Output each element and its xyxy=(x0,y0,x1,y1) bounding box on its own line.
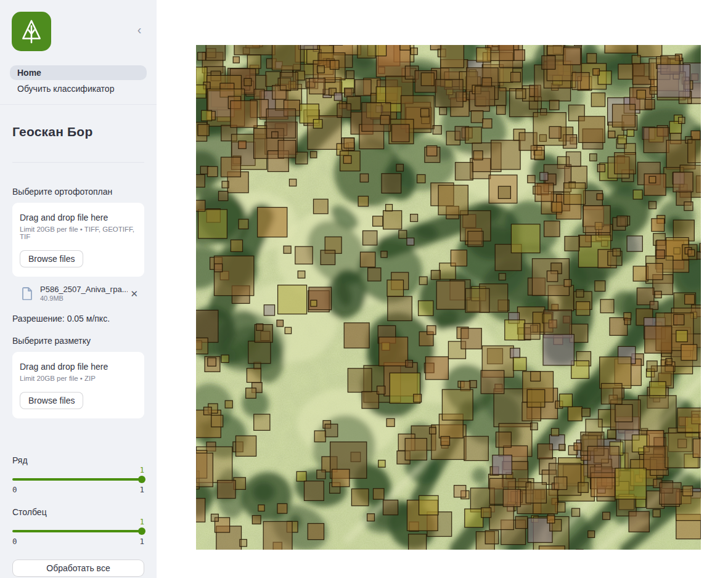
aerial-orthophoto xyxy=(196,45,701,550)
nav-item-train-classifier[interactable]: Обучить классификатор xyxy=(10,81,147,96)
slider-column-value: 1 xyxy=(12,518,144,526)
pine-tree-arrow-icon xyxy=(17,17,46,46)
markup-browse-files-button[interactable]: Browse files xyxy=(20,392,83,409)
uploaded-file-row: P586_2507_Aniva_гра... 40.9MB ✕ xyxy=(12,285,144,302)
markup-uploader-label: Выберите разметку xyxy=(12,336,144,346)
uploaded-file-name: P586_2507_Aniva_гра... xyxy=(40,285,128,294)
divider xyxy=(12,162,144,163)
slider-row-track[interactable] xyxy=(12,478,144,481)
resolution-text: Разрешение: 0.05 м/пкс. xyxy=(12,314,144,324)
drag-drop-text: Drag and drop file here xyxy=(20,362,137,372)
app-window: ‹ Home Обучить классификатор Геоскан Бор… xyxy=(0,0,728,578)
sidebar-nav: Home Обучить классификатор xyxy=(10,65,147,96)
orthophoto-detections-canvas xyxy=(196,45,701,550)
slider-row-label: Ряд xyxy=(12,455,144,465)
slider-row-max: 1 xyxy=(139,485,144,494)
slider-column-thumb[interactable] xyxy=(138,527,145,535)
file-limit-text: Limit 20GB per file • ZIP xyxy=(20,375,137,382)
process-all-button[interactable]: Обработать все xyxy=(12,560,144,577)
slider-column-min: 0 xyxy=(12,537,17,546)
slider-column-track[interactable] xyxy=(12,530,144,532)
nav-item-home[interactable]: Home xyxy=(10,65,147,80)
ortho-browse-files-button[interactable]: Browse files xyxy=(20,250,83,267)
geoscan-tree-logo xyxy=(12,12,51,51)
main-area xyxy=(157,0,728,578)
slider-column-label: Столбец xyxy=(12,507,144,517)
remove-file-button[interactable]: ✕ xyxy=(128,288,141,299)
slider-row-value: 1 xyxy=(12,466,144,474)
slider-column: Столбец 1 0 1 xyxy=(12,507,144,546)
nav-divider xyxy=(0,104,157,105)
close-icon: ✕ xyxy=(130,288,138,299)
chevron-left-icon: ‹ xyxy=(137,23,142,36)
slider-row-min: 0 xyxy=(12,485,17,494)
sidebar: ‹ Home Обучить классификатор Геоскан Бор… xyxy=(0,0,157,578)
markup-dropzone[interactable]: Drag and drop file here Limit 20GB per f… xyxy=(12,352,144,418)
drag-drop-text: Drag and drop file here xyxy=(20,213,137,222)
page-title: Геоскан Бор xyxy=(12,124,144,139)
sidebar-collapse-button[interactable]: ‹ xyxy=(132,22,147,37)
uploaded-file-size: 40.9MB xyxy=(40,295,128,302)
ortho-uploader-label: Выберите ортофотоплан xyxy=(12,187,144,197)
document-icon xyxy=(22,287,33,300)
file-limit-text: Limit 20GB per file • TIFF, GEOTIFF, TIF xyxy=(20,226,137,240)
ortho-dropzone[interactable]: Drag and drop file here Limit 20GB per f… xyxy=(12,203,144,277)
slider-row-thumb[interactable] xyxy=(138,476,145,483)
slider-column-max: 1 xyxy=(139,537,144,546)
slider-row: Ряд 1 0 1 xyxy=(12,455,144,494)
